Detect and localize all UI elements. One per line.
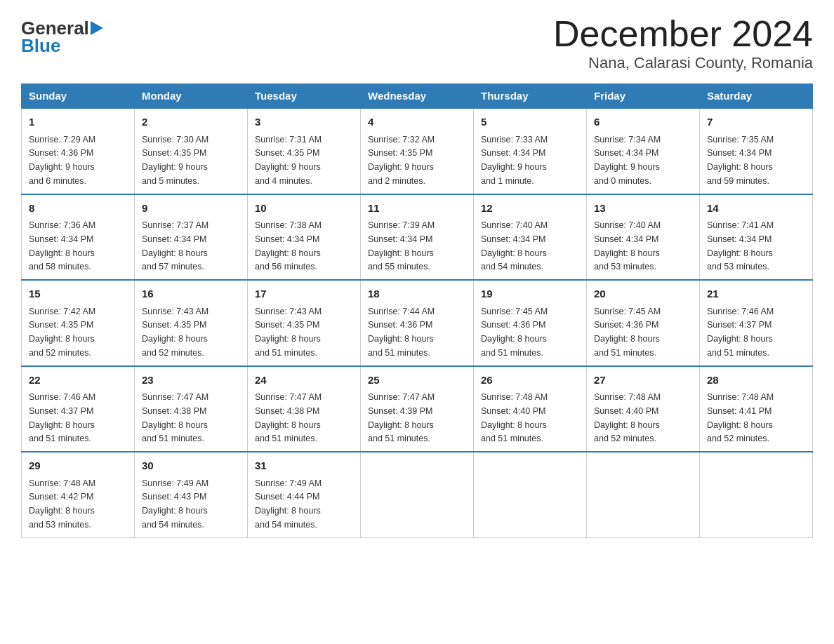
day-info: Sunrise: 7:48 AMSunset: 4:40 PMDaylight:… xyxy=(594,392,661,443)
day-number: 29 xyxy=(29,458,127,474)
cell-week4-day5: 27 Sunrise: 7:48 AMSunset: 4:40 PMDaylig… xyxy=(587,366,700,452)
cell-week2-day2: 10 Sunrise: 7:38 AMSunset: 4:34 PMDaylig… xyxy=(248,194,361,281)
day-number: 18 xyxy=(368,286,466,302)
day-info: Sunrise: 7:48 AMSunset: 4:41 PMDaylight:… xyxy=(707,392,774,443)
day-number: 1 xyxy=(29,114,127,130)
header-wednesday: Wednesday xyxy=(361,84,474,109)
cell-week4-day4: 26 Sunrise: 7:48 AMSunset: 4:40 PMDaylig… xyxy=(474,366,587,452)
day-info: Sunrise: 7:34 AMSunset: 4:34 PMDaylight:… xyxy=(594,135,661,186)
day-info: Sunrise: 7:43 AMSunset: 4:35 PMDaylight:… xyxy=(142,307,208,358)
day-info: Sunrise: 7:40 AMSunset: 4:34 PMDaylight:… xyxy=(481,220,548,271)
day-number: 17 xyxy=(255,286,353,302)
cell-week2-day5: 13 Sunrise: 7:40 AMSunset: 4:34 PMDaylig… xyxy=(587,194,700,281)
cell-week4-day3: 25 Sunrise: 7:47 AMSunset: 4:39 PMDaylig… xyxy=(361,366,474,452)
svg-marker-0 xyxy=(91,21,103,35)
day-number: 26 xyxy=(481,373,579,389)
day-number: 22 xyxy=(29,373,127,389)
week-row-1: 1 Sunrise: 7:29 AMSunset: 4:36 PMDayligh… xyxy=(22,108,813,194)
cell-week5-day3 xyxy=(361,452,474,537)
day-number: 30 xyxy=(142,458,240,474)
day-info: Sunrise: 7:48 AMSunset: 4:40 PMDaylight:… xyxy=(481,392,548,443)
day-info: Sunrise: 7:43 AMSunset: 4:35 PMDaylight:… xyxy=(255,307,322,358)
calendar-table: SundayMondayTuesdayWednesdayThursdayFrid… xyxy=(21,83,813,538)
cell-week2-day0: 8 Sunrise: 7:36 AMSunset: 4:34 PMDayligh… xyxy=(22,194,135,281)
day-number: 19 xyxy=(481,286,579,302)
day-number: 25 xyxy=(368,373,466,389)
cell-week1-day4: 5 Sunrise: 7:33 AMSunset: 4:34 PMDayligh… xyxy=(474,108,587,194)
day-info: Sunrise: 7:33 AMSunset: 4:34 PMDaylight:… xyxy=(481,135,548,186)
day-number: 24 xyxy=(255,373,353,389)
cell-week1-day6: 7 Sunrise: 7:35 AMSunset: 4:34 PMDayligh… xyxy=(700,108,813,194)
day-number: 3 xyxy=(255,114,353,130)
day-number: 27 xyxy=(594,373,692,389)
day-info: Sunrise: 7:31 AMSunset: 4:35 PMDaylight:… xyxy=(255,135,322,186)
day-number: 4 xyxy=(368,114,466,130)
cell-week5-day6 xyxy=(700,452,813,537)
day-number: 11 xyxy=(368,201,466,217)
day-info: Sunrise: 7:46 AMSunset: 4:37 PMDaylight:… xyxy=(707,307,774,358)
day-number: 23 xyxy=(142,373,240,389)
cell-week5-day2: 31 Sunrise: 7:49 AMSunset: 4:44 PMDaylig… xyxy=(248,452,361,537)
cell-week3-day1: 16 Sunrise: 7:43 AMSunset: 4:35 PMDaylig… xyxy=(135,280,248,366)
day-info: Sunrise: 7:42 AMSunset: 4:35 PMDaylight:… xyxy=(29,307,95,358)
day-info: Sunrise: 7:39 AMSunset: 4:34 PMDaylight:… xyxy=(368,220,435,271)
day-number: 28 xyxy=(707,373,805,389)
header-sunday: Sunday xyxy=(22,84,135,109)
cell-week5-day1: 30 Sunrise: 7:49 AMSunset: 4:43 PMDaylig… xyxy=(135,452,248,537)
header-saturday: Saturday xyxy=(700,84,813,109)
day-number: 31 xyxy=(255,458,353,474)
header-monday: Monday xyxy=(135,84,248,109)
day-number: 10 xyxy=(255,201,353,217)
cell-week3-day2: 17 Sunrise: 7:43 AMSunset: 4:35 PMDaylig… xyxy=(248,280,361,366)
day-info: Sunrise: 7:46 AMSunset: 4:37 PMDaylight:… xyxy=(29,392,95,443)
day-number: 6 xyxy=(594,114,692,130)
header-row: SundayMondayTuesdayWednesdayThursdayFrid… xyxy=(22,84,813,109)
title-area: December 2024 Nana, Calarasi County, Rom… xyxy=(553,14,813,72)
cell-week3-day5: 20 Sunrise: 7:45 AMSunset: 4:36 PMDaylig… xyxy=(587,280,700,366)
day-info: Sunrise: 7:35 AMSunset: 4:34 PMDaylight:… xyxy=(707,135,774,186)
day-number: 12 xyxy=(481,201,579,217)
cell-week2-day1: 9 Sunrise: 7:37 AMSunset: 4:34 PMDayligh… xyxy=(135,194,248,281)
week-row-5: 29 Sunrise: 7:48 AMSunset: 4:42 PMDaylig… xyxy=(22,452,813,537)
day-info: Sunrise: 7:36 AMSunset: 4:34 PMDaylight:… xyxy=(29,220,95,271)
cell-week5-day0: 29 Sunrise: 7:48 AMSunset: 4:42 PMDaylig… xyxy=(22,452,135,537)
week-row-4: 22 Sunrise: 7:46 AMSunset: 4:37 PMDaylig… xyxy=(22,366,813,452)
header-thursday: Thursday xyxy=(474,84,587,109)
day-info: Sunrise: 7:44 AMSunset: 4:36 PMDaylight:… xyxy=(368,307,435,358)
day-info: Sunrise: 7:40 AMSunset: 4:34 PMDaylight:… xyxy=(594,220,661,271)
header-friday: Friday xyxy=(587,84,700,109)
cell-week1-day2: 3 Sunrise: 7:31 AMSunset: 4:35 PMDayligh… xyxy=(248,108,361,194)
day-number: 13 xyxy=(594,201,692,217)
day-info: Sunrise: 7:41 AMSunset: 4:34 PMDaylight:… xyxy=(707,220,774,271)
day-info: Sunrise: 7:37 AMSunset: 4:34 PMDaylight:… xyxy=(142,220,208,271)
cell-week3-day3: 18 Sunrise: 7:44 AMSunset: 4:36 PMDaylig… xyxy=(361,280,474,366)
day-info: Sunrise: 7:47 AMSunset: 4:38 PMDaylight:… xyxy=(142,392,208,443)
logo: General Blue xyxy=(21,18,103,55)
day-info: Sunrise: 7:45 AMSunset: 4:36 PMDaylight:… xyxy=(481,307,548,358)
logo-arrow-icon xyxy=(91,21,103,35)
cell-week4-day0: 22 Sunrise: 7:46 AMSunset: 4:37 PMDaylig… xyxy=(22,366,135,452)
cell-week4-day6: 28 Sunrise: 7:48 AMSunset: 4:41 PMDaylig… xyxy=(700,366,813,452)
cell-week2-day3: 11 Sunrise: 7:39 AMSunset: 4:34 PMDaylig… xyxy=(361,194,474,281)
day-number: 16 xyxy=(142,286,240,302)
cell-week2-day6: 14 Sunrise: 7:41 AMSunset: 4:34 PMDaylig… xyxy=(700,194,813,281)
day-info: Sunrise: 7:32 AMSunset: 4:35 PMDaylight:… xyxy=(368,135,435,186)
cell-week1-day0: 1 Sunrise: 7:29 AMSunset: 4:36 PMDayligh… xyxy=(22,108,135,194)
cell-week3-day4: 19 Sunrise: 7:45 AMSunset: 4:36 PMDaylig… xyxy=(474,280,587,366)
cell-week5-day4 xyxy=(474,452,587,537)
day-info: Sunrise: 7:45 AMSunset: 4:36 PMDaylight:… xyxy=(594,307,661,358)
cell-week1-day5: 6 Sunrise: 7:34 AMSunset: 4:34 PMDayligh… xyxy=(587,108,700,194)
page-header: General Blue December 2024 Nana, Calaras… xyxy=(21,14,813,72)
week-row-3: 15 Sunrise: 7:42 AMSunset: 4:35 PMDaylig… xyxy=(22,280,813,366)
header-tuesday: Tuesday xyxy=(248,84,361,109)
cell-week1-day1: 2 Sunrise: 7:30 AMSunset: 4:35 PMDayligh… xyxy=(135,108,248,194)
day-number: 9 xyxy=(142,201,240,217)
day-number: 20 xyxy=(594,286,692,302)
location-subtitle: Nana, Calarasi County, Romania xyxy=(553,54,813,72)
month-title: December 2024 xyxy=(553,14,813,54)
day-number: 2 xyxy=(142,114,240,130)
day-number: 7 xyxy=(707,114,805,130)
cell-week3-day6: 21 Sunrise: 7:46 AMSunset: 4:37 PMDaylig… xyxy=(700,280,813,366)
day-info: Sunrise: 7:47 AMSunset: 4:39 PMDaylight:… xyxy=(368,392,435,443)
day-info: Sunrise: 7:38 AMSunset: 4:34 PMDaylight:… xyxy=(255,220,322,271)
